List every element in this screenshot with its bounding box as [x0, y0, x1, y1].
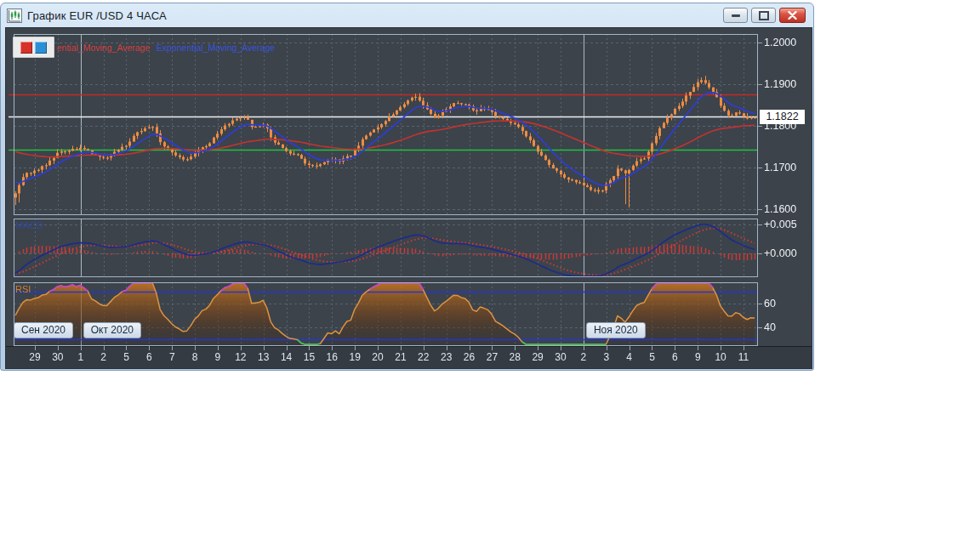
- time-axis-label: 21: [390, 351, 412, 363]
- rsi-axis-label: 40: [764, 321, 776, 334]
- time-axis-label: 2: [93, 351, 115, 363]
- time-axis-label: 5: [641, 351, 663, 363]
- rsi-panel-label: RSI: [15, 284, 31, 294]
- macd-axis-label: +0.000: [764, 247, 797, 260]
- time-axis-label: 14: [276, 351, 298, 363]
- month-marker: Окт 2020: [83, 322, 141, 338]
- time-axis-label: 12: [230, 351, 252, 363]
- time-axis-label: 22: [413, 351, 435, 363]
- price-axis-label: 1.1600: [764, 202, 796, 216]
- maximize-button[interactable]: [751, 8, 776, 23]
- window-title: График EUR /USD 4 ЧАСА: [27, 9, 167, 22]
- title-bar[interactable]: График EUR /USD 4 ЧАСА: [1, 3, 813, 27]
- time-axis-label: 3: [595, 351, 618, 363]
- time-axis-label: 5: [115, 351, 137, 363]
- time-axis-label: 23: [436, 351, 458, 363]
- price-axis-label: 1.2000: [764, 36, 796, 49]
- indicator-legend: ential_Moving_Average Exponential_Moving…: [13, 37, 275, 58]
- window-controls: [723, 8, 806, 23]
- time-axis-label: 9: [207, 351, 229, 363]
- time-axis-label: 16: [321, 351, 343, 363]
- time-axis-label: 10: [709, 351, 732, 363]
- time-axis-label: 4: [618, 351, 641, 363]
- red-indicator-swatch-icon[interactable]: [20, 42, 32, 54]
- time-axis-label: 7: [161, 351, 183, 363]
- time-axis-label: 13: [253, 351, 275, 363]
- time-axis-label: 20: [367, 351, 389, 363]
- chart-window: График EUR /USD 4 ЧАСА ential_Moving_Ave: [0, 3, 814, 371]
- month-marker: Ноя 2020: [586, 322, 646, 338]
- month-marker: Сен 2020: [14, 322, 73, 338]
- close-icon: [788, 11, 797, 20]
- time-axis-label: 11: [732, 351, 755, 363]
- price-axis-label: 1.1900: [764, 77, 796, 91]
- time-axis-label: 27: [481, 351, 503, 363]
- time-axis-label: 19: [344, 351, 366, 363]
- maximize-icon: [759, 11, 769, 20]
- price-axis-label: 1.1700: [764, 161, 796, 174]
- ema-red-legend-label: ential_Moving_Average: [57, 43, 151, 53]
- time-axis-label: 30: [550, 351, 572, 363]
- price-chart-canvas[interactable]: [6, 28, 812, 368]
- time-axis-label: 29: [24, 351, 46, 363]
- time-axis-label: 9: [687, 351, 709, 363]
- time-axis-label: 2: [573, 351, 595, 363]
- ema-blue-legend-label: Exponential_Moving_Average: [157, 43, 275, 53]
- minimize-button[interactable]: [723, 8, 748, 23]
- time-axis-label: 6: [664, 351, 686, 363]
- time-axis-label: 28: [504, 351, 526, 363]
- macd-panel-label: MACD: [15, 220, 43, 230]
- close-button[interactable]: [779, 8, 806, 23]
- time-axis-label: 26: [459, 351, 481, 363]
- rsi-axis-label: 60: [764, 297, 776, 310]
- time-axis-label: 29: [527, 351, 549, 363]
- current-price-tag: 1.1822: [760, 110, 805, 124]
- time-axis-label: 15: [298, 351, 320, 363]
- blue-indicator-swatch-icon[interactable]: [35, 42, 47, 54]
- indicator-toggle-buttons[interactable]: [13, 37, 54, 58]
- time-axis-label: 1: [70, 351, 92, 363]
- time-axis-label: 8: [184, 351, 206, 363]
- chart-client-area: ential_Moving_Average Exponential_Moving…: [5, 27, 812, 369]
- macd-axis-label: +0.005: [764, 218, 797, 231]
- minimize-icon: [732, 14, 740, 17]
- time-axis-label: 30: [47, 351, 69, 363]
- candlestick-chart-icon: [7, 9, 22, 23]
- time-axis-label: 6: [138, 351, 160, 363]
